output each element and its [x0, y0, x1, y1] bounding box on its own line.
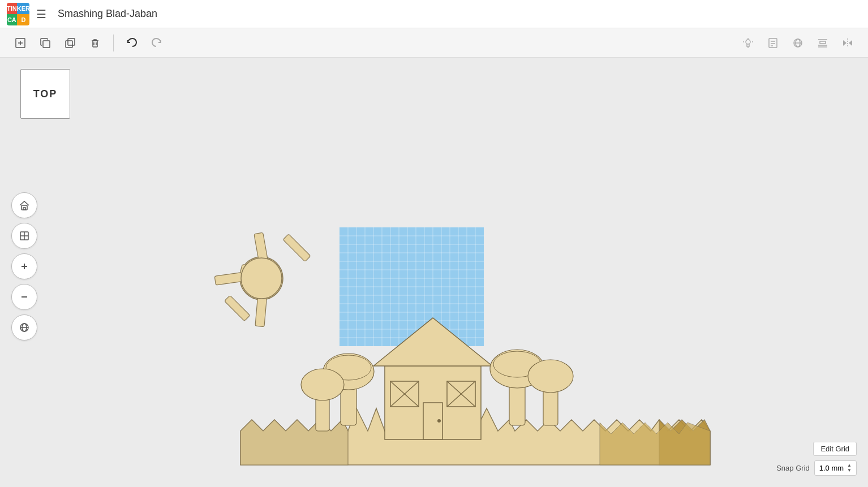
fit-view-button[interactable] — [11, 223, 37, 249]
svg-point-9 — [746, 40, 750, 44]
mirror-button[interactable] — [836, 32, 859, 54]
svg-rect-4 — [66, 41, 72, 48]
view-cube[interactable]: TOP — [20, 69, 70, 119]
snap-grid-value[interactable]: 1.0 mm ▲ ▼ — [814, 460, 857, 476]
svg-marker-26 — [843, 40, 846, 46]
view-helpers-button[interactable] — [787, 32, 809, 54]
snap-grid-number: 1.0 mm — [819, 464, 844, 472]
align-button[interactable] — [811, 32, 834, 54]
left-controls — [11, 131, 37, 341]
svg-rect-84 — [225, 295, 250, 321]
snap-grid-label: Snap Grid — [776, 464, 810, 472]
lights-button[interactable] — [737, 32, 759, 54]
project-title: Smashing Blad-Jaban — [58, 8, 157, 20]
zoom-in-button[interactable] — [11, 253, 37, 279]
scene-svg — [0, 58, 868, 487]
svg-rect-83 — [283, 234, 311, 262]
zoom-out-button[interactable] — [11, 284, 37, 310]
svg-marker-27 — [849, 40, 852, 46]
redo-button[interactable] — [145, 32, 168, 54]
svg-rect-5 — [68, 38, 75, 45]
header: TIN KER CA D ☰ Smashing Blad-Jaban — [0, 0, 868, 28]
bottom-right: Edit Grid Snap Grid 1.0 mm ▲ ▼ — [776, 442, 857, 476]
svg-rect-6 — [93, 41, 97, 47]
svg-point-85 — [241, 258, 282, 299]
edit-grid-button[interactable]: Edit Grid — [813, 442, 857, 456]
new-button[interactable] — [9, 32, 32, 54]
home-button[interactable] — [11, 192, 37, 218]
undo-button[interactable] — [121, 32, 143, 54]
view-cube-label: TOP — [33, 88, 58, 100]
toolbar-right — [737, 32, 859, 54]
copy-button[interactable] — [34, 32, 57, 54]
svg-rect-3 — [43, 41, 50, 48]
stepper-down[interactable]: ▼ — [847, 468, 852, 473]
svg-rect-22 — [820, 41, 826, 44]
svg-point-72 — [301, 369, 344, 400]
notes-button[interactable] — [762, 32, 784, 54]
toolbar-separator — [113, 35, 114, 51]
duplicate-button[interactable] — [59, 32, 81, 54]
logo-ca: CA — [7, 14, 17, 25]
svg-point-77 — [528, 360, 573, 393]
menu-icon[interactable]: ☰ — [36, 7, 46, 21]
perspective-button[interactable] — [11, 314, 37, 341]
snap-grid-stepper[interactable]: ▲ ▼ — [847, 463, 852, 473]
logo-ker: KER — [17, 3, 29, 14]
svg-rect-87 — [23, 208, 25, 210]
logo-tin: TIN — [7, 3, 17, 14]
logo-d: D — [17, 14, 29, 25]
tinkercad-logo[interactable]: TIN KER CA D — [7, 3, 29, 25]
svg-point-61 — [437, 419, 441, 423]
snap-grid-row: Snap Grid 1.0 mm ▲ ▼ — [776, 460, 857, 476]
canvas-area[interactable]: TOP — [0, 58, 868, 487]
delete-button[interactable] — [84, 32, 106, 54]
stepper-up[interactable]: ▲ — [847, 463, 852, 468]
toolbar — [0, 28, 868, 58]
